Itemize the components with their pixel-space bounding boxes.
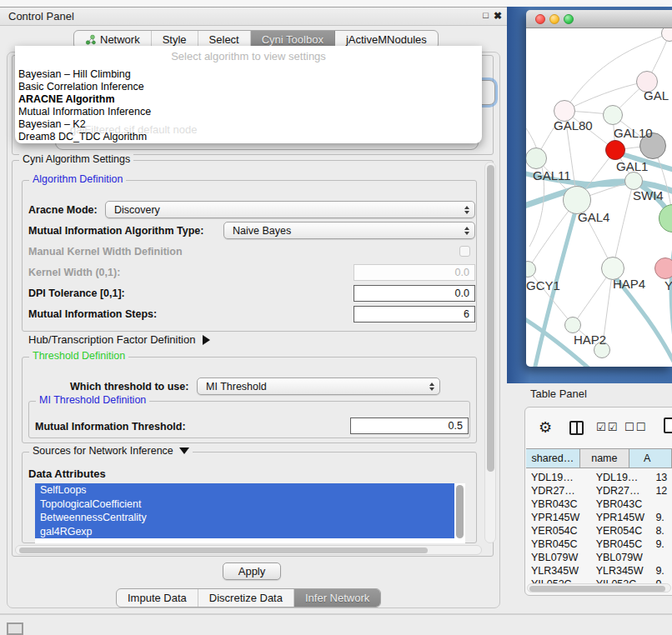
columns-icon[interactable] — [569, 421, 584, 435]
table-row[interactable]: YPR145W YPR145W 9. — [526, 511, 672, 524]
tab-infer-network-label: Infer Network — [305, 592, 369, 604]
document-icon[interactable] — [664, 418, 672, 433]
mi-threshold-group-title: MI Threshold Definition — [36, 394, 149, 406]
column-header-shared-name[interactable]: shared… — [526, 448, 580, 468]
cell[interactable]: YIL052C — [593, 578, 654, 583]
popup-item-selected[interactable]: ARACNE Algorithm — [18, 93, 479, 106]
tab-discretize-data[interactable]: Discretize Data — [198, 589, 294, 607]
dpi-tolerance-value: 0.0 — [455, 288, 469, 299]
float-window-icon[interactable]: □ — [483, 10, 489, 20]
popup-item[interactable]: Bayesian – Hill Climbing — [18, 68, 479, 81]
cell[interactable]: YBL079W — [526, 551, 593, 564]
zoom-traffic-light[interactable] — [564, 14, 574, 24]
list-item[interactable]: SelfLoops — [35, 483, 454, 498]
cell[interactable] — [653, 498, 672, 511]
cell[interactable]: 13 — [653, 471, 672, 484]
cell[interactable]: YBR043C — [526, 498, 593, 511]
cell[interactable]: YBR043C — [593, 498, 654, 511]
popup-item[interactable]: Basic Correlation Inference — [18, 81, 479, 93]
cell[interactable]: YBR045C — [526, 538, 593, 551]
settings-horizontal-scrollbar-thumb[interactable] — [19, 548, 428, 553]
cell[interactable]: YDL19… — [526, 471, 593, 484]
cell[interactable] — [653, 551, 672, 564]
tab-infer-network[interactable]: Infer Network — [294, 589, 380, 607]
sources-group-toggle[interactable]: Sources for Network Inference — [29, 445, 193, 457]
table-row[interactable]: YBL079W YBL079W — [526, 551, 672, 564]
deselect-all-checkboxes-icon[interactable]: ☐☐ — [624, 421, 647, 433]
cell[interactable]: YER054C — [593, 524, 654, 538]
minimize-traffic-light[interactable] — [549, 14, 559, 24]
which-threshold-combo[interactable]: MI Threshold — [197, 378, 440, 395]
dpi-tolerance-label: DPI Tolerance [0,1]: — [28, 288, 125, 299]
stepper-icon — [429, 378, 434, 394]
close-traffic-light[interactable] — [535, 14, 545, 24]
cell[interactable]: YIL052C — [526, 578, 593, 583]
dpi-tolerance-field[interactable]: 0.0 — [354, 285, 475, 302]
network-window-titlebar[interactable] — [526, 10, 672, 28]
network-view[interactable]: GAL GAL80 GAL10 GAL1 GAL11 SWI4 GAL4 GCY… — [526, 28, 672, 367]
cell[interactable]: 9. — [653, 511, 672, 524]
network-node-gal11[interactable] — [526, 148, 547, 169]
table-row[interactable]: YBR043C YBR043C — [526, 498, 672, 511]
cell[interactable]: 9 — [653, 578, 672, 583]
list-item[interactable]: gal4RGexp — [35, 525, 454, 539]
hub-definition-toggle[interactable]: Hub/Transcription Factor Definition — [28, 333, 210, 346]
settings-vertical-scrollbar[interactable] — [484, 162, 496, 543]
select-all-checkboxes-icon[interactable]: ☑☑ — [596, 421, 619, 433]
popup-item[interactable]: Mutual Information Inference — [18, 106, 479, 118]
cell[interactable]: 9. — [653, 538, 672, 551]
table-row[interactable]: YBR045C YBR045C 9. — [526, 538, 672, 551]
table-horizontal-scrollbar-thumb[interactable] — [529, 586, 665, 592]
table-panel-title: Table Panel — [530, 388, 587, 400]
cell[interactable]: YBR045C — [593, 538, 654, 551]
table-row[interactable]: YER054C YER054C 8. — [526, 524, 672, 538]
stepper-icon — [464, 202, 469, 218]
mi-steps-field[interactable]: 6 — [354, 306, 475, 322]
network-node-gal10[interactable] — [603, 105, 623, 125]
close-icon[interactable]: ✖ — [494, 10, 502, 22]
table-horizontal-scrollbar[interactable] — [527, 583, 671, 592]
cell[interactable]: YDL19… — [593, 471, 654, 484]
node-label: GAL1 — [616, 159, 648, 173]
mi-threshold-field[interactable]: 0.5 — [350, 418, 469, 434]
cell[interactable]: YBL079W — [593, 551, 654, 564]
network-node-gal1-red[interactable] — [605, 140, 625, 160]
gear-icon[interactable]: ⚙ — [539, 418, 552, 437]
cell[interactable]: 12 — [653, 484, 672, 498]
table-row[interactable]: YDL19… YDL19… 13 — [526, 471, 672, 484]
cell[interactable]: 8. — [653, 524, 672, 538]
network-node-swi4[interactable] — [624, 172, 643, 190]
manual-kernel-checkbox[interactable] — [459, 246, 470, 257]
column-header-clipped[interactable]: A — [629, 448, 672, 468]
cell[interactable]: YER054C — [526, 524, 593, 538]
kernel-width-field[interactable]: 0.0 — [354, 264, 475, 281]
cell[interactable]: 9. — [653, 564, 672, 578]
threshold-definition-title: Threshold Definition — [29, 350, 128, 362]
minimized-panel-icon[interactable] — [7, 622, 23, 635]
aracne-mode-combo[interactable]: Discovery — [105, 201, 475, 218]
tab-impute-data[interactable]: Impute Data — [117, 589, 198, 607]
column-header-name[interactable]: name — [579, 448, 629, 468]
data-attributes-list: SelfLoops TopologicalCoefficient Between… — [35, 483, 465, 543]
apply-button[interactable]: Apply — [223, 562, 281, 580]
cell[interactable]: YLR345W — [526, 564, 593, 578]
cell[interactable]: YPR145W — [526, 511, 593, 524]
cell[interactable]: YLR345W — [593, 564, 654, 578]
mi-threshold-value: 0.5 — [449, 420, 463, 432]
list-item[interactable]: TopologicalCoefficient — [35, 498, 454, 512]
network-node-hap2[interactable] — [564, 317, 581, 333]
list-scrollbar[interactable] — [456, 485, 464, 538]
table-row[interactable]: YDR27… YDR27… 12 — [526, 484, 672, 498]
network-node-pink[interactable] — [654, 258, 672, 279]
cell[interactable]: YDR27… — [593, 484, 654, 498]
cell[interactable]: YDR27… — [526, 484, 593, 498]
tab-jactivemnodules-label: jActiveMNodules — [346, 33, 427, 46]
cell[interactable]: YPR145W — [593, 511, 654, 524]
list-item[interactable]: BetweennessCentrality — [35, 511, 454, 525]
table-row[interactable]: YLR345W YLR345W 9. — [526, 564, 672, 578]
table-row[interactable]: YIL052C YIL052C 9 — [526, 578, 672, 583]
settings-horizontal-scrollbar[interactable] — [15, 545, 482, 555]
tab-network-label: Network — [100, 33, 140, 46]
mi-type-combo[interactable]: Naive Bayes — [223, 222, 475, 239]
settings-vertical-scrollbar-thumb[interactable] — [487, 165, 494, 472]
